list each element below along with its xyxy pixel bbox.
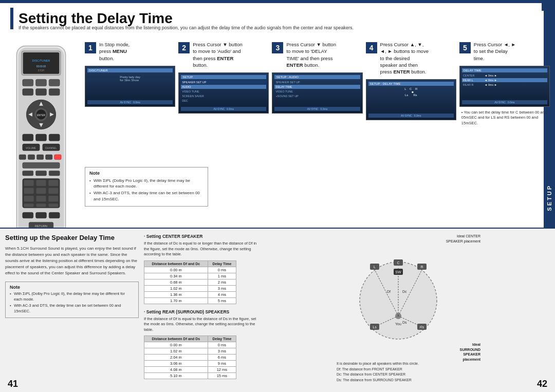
svg-rect-11 [36,88,47,95]
bottom-note-item-1: With ΣiPL (Dolby Pro Logic II), the dela… [10,291,134,302]
svg-text:Rs: Rs [420,325,424,329]
svg-text:L: L [374,265,376,269]
svg-rect-35 [36,171,47,176]
table-row: 0.00 m0 ms [144,267,236,273]
main-note-box: Note With ΣiPL (Dolby Pro Logic II), the… [85,167,208,207]
speaker-diagram: You L C R SW [347,244,450,347]
step-3-text: Press Cursor ▼ buttonto move to 'DELAYTI… [286,41,336,68]
step-2-text: Press Cursor ▼ buttonto move to 'Audio' … [193,41,243,68]
step-3-screen: SETUP : AUDIO SPEAKER SET UP DELAY TIME … [272,72,362,114]
bottom-inner: Setting up the Speaker Delay Time When 5… [5,229,550,392]
table-row: 5.10 m15 ms [144,373,236,379]
svg-rect-43 [48,188,58,194]
svg-text:R: R [420,265,423,269]
table-row: 0.00 m0 ms [144,342,236,348]
svg-text:SW: SW [395,270,401,274]
step-1-text: In Stop mode,press MENUbutton. [99,41,130,62]
table-row: 1.70 m5 ms [144,297,236,304]
title-accent [10,8,13,29]
svg-rect-31 [46,155,52,160]
step-5-screen: DELAY TIME CENTER ◄ 0ms ► REAR L ◄ 0ms ►… [459,66,550,107]
page-number-left: 41 [8,379,18,389]
svg-text:VOLUME: VOLUME [26,147,36,150]
svg-rect-9 [49,79,60,86]
svg-rect-48 [36,203,46,207]
svg-rect-42 [36,188,46,194]
step-5-number: 5 [459,42,471,53]
step-5: 5 Press Cursor ◄, ►to set the Delaytime.… [459,41,550,159]
svg-rect-21 [23,134,33,141]
bottom-note-title: Note [10,285,134,290]
step-4-text: Press Cursor ▲, ▼,◄, ► buttons to moveto… [380,41,429,75]
center-table-col2-header: Delay Time [208,260,236,267]
step-4-number: 4 [366,42,377,53]
table-row: 3.06 m9 ms [144,361,236,367]
rear-table-col1-header: Distance between Df and Ds [144,336,208,342]
step-1: 1 In Stop mode,press MENUbutton. DISC/TU… [85,41,175,159]
svg-rect-34 [23,171,33,176]
svg-rect-45 [36,196,46,201]
table-row: 1.02 m3 ms [144,348,236,354]
svg-rect-22 [36,134,47,141]
ideal-surround-label: IdealSURROUNDSPEAKERplacement [460,342,480,362]
svg-rect-47 [24,203,34,207]
note-item-1: With ΣiPL (Dolby Pro Logic II), the dela… [89,178,203,189]
table-row: 0.68 m2 ms [144,279,236,285]
svg-text:Df: Df [387,290,391,293]
page-subtitle: If the speakers cannot be placed at equa… [18,25,545,31]
rear-speaker-title: · Setting REAR (SURROUND) SPEAKERS [144,309,262,314]
steps-row: 1 In Stop mode,press MENUbutton. DISC/TU… [85,41,550,159]
note-title: Note [89,171,203,176]
svg-rect-40 [48,180,58,185]
diagram-legend: It is desirable to place all speakers wi… [337,361,480,383]
svg-rect-38 [24,180,34,185]
svg-text:STOP: STOP [38,69,45,72]
svg-text:RETURN: RETURN [35,225,47,228]
step-1-number: 1 [85,42,96,53]
svg-rect-8 [36,79,47,86]
rear-speaker-desc: If the distance of Df is equal to the di… [144,316,262,333]
table-row: 4.08 m12 ms [144,367,236,373]
svg-text:Dc: Dc [402,290,407,293]
svg-rect-23 [49,134,60,141]
svg-rect-10 [23,88,33,95]
step-5-note: • You can set the delay time for C betwe… [459,110,550,126]
svg-rect-44 [24,196,34,201]
center-speaker-desc: If the distance of Dc is equal to or lon… [144,241,262,257]
note-item-2: With AC-3 and DTS, the delay time can be… [89,190,203,201]
svg-text:DISC/TUNER: DISC/TUNER [32,59,50,62]
svg-rect-41 [24,188,34,194]
rear-speaker-table: Distance between Df and Ds Delay Time 0.… [144,335,236,379]
center-speaker-table: Distance between Df and Dc Delay Time 0.… [144,260,236,304]
svg-text:CHANNEL: CHANNEL [45,147,57,150]
svg-text:Ds: Ds [402,321,407,324]
table-row: 0.34 m1 ms [144,273,236,279]
step-1-screen: DISC/TUNER Pretty lady dayfor Slim Show … [85,66,175,107]
svg-text:ENTER: ENTER [37,114,46,117]
center-speaker-title: · Setting CENTER SPEAKER [144,234,262,239]
center-table-col1-header: Distance between Df and Dc [144,260,208,267]
svg-rect-29 [28,155,34,160]
svg-rect-33 [23,162,60,168]
bottom-section: Setting up the Speaker Delay Time When 5… [0,228,555,392]
bottom-section-title: Setting up the Speaker Delay Time [5,234,139,241]
bottom-middle: · Setting CENTER SPEAKER If the distance… [144,229,262,392]
svg-rect-49 [48,203,58,207]
svg-rect-39 [36,180,46,185]
step-2-number: 2 [178,42,190,53]
note-text: With ΣiPL (Dolby Pro Logic II), the dela… [89,178,203,202]
step-2-screen: SETUP SPEAKER SET UP AUDIO VIDEO TUNE SC… [178,72,269,114]
svg-text:Ls: Ls [373,325,377,329]
svg-text:You: You [395,322,401,326]
table-row: 2.04 m6 ms [144,354,236,361]
step-2: 2 Press Cursor ▼ buttonto move to 'Audio… [178,41,269,159]
svg-rect-7 [23,79,33,86]
svg-text:C: C [397,261,399,265]
bottom-left: Setting up the Speaker Delay Time When 5… [5,229,139,392]
svg-rect-30 [36,155,43,160]
svg-rect-52 [49,212,60,218]
step-3: 3 Press Cursor ▼ buttonto move to 'DELAY… [272,41,362,159]
svg-rect-12 [49,88,60,95]
step-4-screen: SETUP : DELAY TIME L C R ■ Ls Rs [366,79,456,120]
bottom-desc: When 5.1CH Surround Sound is played, you… [5,246,139,276]
